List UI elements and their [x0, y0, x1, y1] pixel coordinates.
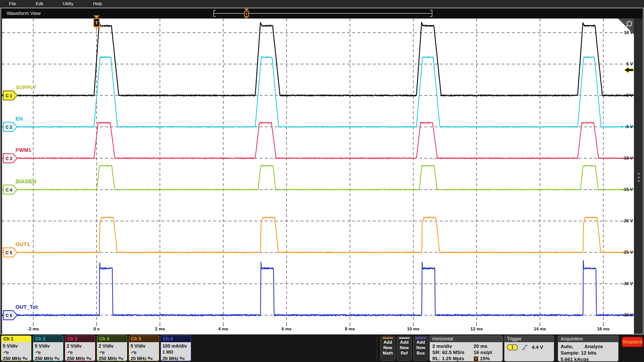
horizontal-sample-rate: SR: 62.5 MS/s: [432, 349, 474, 356]
stopped-badge[interactable]: Stopped: [622, 337, 643, 347]
channel-scale: 5 V/div: [131, 343, 157, 349]
svg-text:C 1: C 1: [6, 94, 12, 98]
channel-badge-c5[interactable]: C 5: [3, 247, 19, 258]
channel-card-ch4[interactable]: Ch 42 V/div250 MHz BW: [97, 335, 127, 361]
ref-color-stripe: [399, 338, 410, 339]
x-axis-tick: [413, 325, 414, 326]
channel-scale: 2 V/div: [67, 343, 93, 349]
control-bar: Ch 15 V/div250 MHz BWCh 25 V/div250 MHz …: [0, 335, 644, 362]
math-color-stripe: [382, 338, 393, 339]
x-axis-tick: [476, 325, 477, 326]
x-axis-label: 6 ms: [275, 326, 298, 332]
drag-handle-dot: [638, 180, 640, 182]
trigger-panel-title: Trigger: [504, 336, 554, 342]
x-axis-tick: [160, 325, 160, 326]
horizontal-panel-title: Horizontal: [430, 336, 502, 342]
svg-text:T: T: [245, 12, 247, 16]
x-axis-label: 14 ms: [528, 326, 552, 332]
x-axis-label: 0 s: [85, 326, 108, 332]
x-axis-label: 16 ms: [592, 326, 615, 332]
add-new-math-button[interactable]: Add New Math: [380, 336, 395, 361]
channel-badge-c6[interactable]: C 6: [3, 310, 19, 321]
menu-edit[interactable]: Edit: [36, 1, 43, 6]
channel-card-ch3[interactable]: Ch 32 V/div250 MHz BW: [65, 335, 95, 361]
horizontal-position-bar[interactable]: T: [212, 8, 434, 19]
waveform-canvas[interactable]: [2, 19, 634, 325]
trigger-source-chip: 1: [507, 344, 518, 350]
channel-scale: 2 V/div: [99, 343, 125, 349]
right-side-handle-strip[interactable]: [634, 19, 643, 334]
trigger-level-value: 4.4 V: [532, 345, 543, 350]
bandwidth-limit-badge: BW: [55, 356, 59, 360]
channel-badge-c4[interactable]: C 4: [3, 184, 19, 195]
channel-impedance: 1 MΩ: [162, 349, 189, 355]
drag-handle-dot: [638, 173, 640, 175]
x-axis-tick: [540, 325, 540, 326]
plot-area[interactable]: 10 V5 V0 V-5 V-10 V-15 V-20 V-25 V-30 V-…: [2, 19, 634, 325]
channel-card-ch1[interactable]: Ch 15 V/div250 MHz BW: [1, 335, 31, 361]
channel-bandwidth: 250 MHz BW: [35, 355, 62, 361]
acquisition-mode: Auto,: [561, 343, 573, 350]
menu-bar: File Edit Utility Help: [0, 0, 644, 8]
trace-label-pwm1: PWM1: [15, 147, 31, 153]
trigger-panel[interactable]: Trigger 1 4.4 V: [504, 335, 554, 361]
menu-utility[interactable]: Utility: [63, 1, 74, 6]
horizontal-panel[interactable]: Horizontal 2 ms/div 20 ms SR: 62.5 MS/s …: [430, 335, 503, 361]
channel-card-ch2[interactable]: Ch 25 V/div250 MHz BW: [33, 335, 63, 361]
menu-file[interactable]: File: [9, 1, 16, 6]
trace-label-diagen: DIAGEN: [15, 179, 36, 184]
bandwidth-limit-badge: BW: [23, 356, 28, 360]
channel-card-ch5[interactable]: Ch 55 V/div20 MHz BW: [129, 335, 159, 361]
trigger-position-marker[interactable]: T: [92, 15, 101, 32]
zoom-corner-button[interactable]: [618, 19, 634, 34]
x-axis-tick: [223, 325, 224, 326]
bandwidth-limit-badge: BW: [148, 356, 153, 360]
y-axis-label: -25 V: [608, 250, 633, 255]
add-new-ref-button[interactable]: Add New Ref: [397, 336, 412, 361]
channel-badge-c1[interactable]: C 1: [3, 90, 19, 101]
trace-label-out1: OUT1: [15, 241, 30, 247]
divider: [503, 337, 503, 360]
x-axis-tick: [96, 325, 97, 326]
trace-label-supply: SUPPLY: [15, 84, 36, 90]
oscilloscope-app: File Edit Utility Help Waveform View T 1…: [0, 0, 644, 362]
acquisition-panel-title: Acquisition: [558, 336, 618, 342]
channel-scale: 5 V/div: [35, 343, 62, 349]
acquisition-count: 5.661 kAcqs: [561, 356, 618, 361]
probe-icon: [131, 349, 157, 355]
x-axis-tick: [33, 325, 33, 326]
svg-text:T: T: [95, 21, 98, 25]
x-axis-tick: [350, 325, 350, 326]
svg-text:C 5: C 5: [6, 251, 12, 255]
channel-badge-c2[interactable]: C 2: [3, 121, 19, 133]
probe-icon: [35, 349, 62, 355]
channel-bandwidth: 250 MHz BW: [67, 355, 93, 361]
probe-icon: [99, 349, 125, 355]
trigger-level-arrow[interactable]: [624, 65, 634, 75]
x-axis-label: -2 ms: [22, 326, 45, 332]
x-axis-tick: [286, 325, 287, 326]
x-axis-label: 12 ms: [465, 326, 488, 332]
channel-bandwidth: 20 MHz BW: [131, 355, 157, 361]
channel-badge-c3[interactable]: C 3: [3, 153, 19, 164]
add-new-bus-button[interactable]: Add New Bus: [413, 336, 428, 361]
horizontal-trigger-position: 15%: [480, 356, 490, 361]
channel-scale: 100 mA/div: [162, 343, 189, 349]
bandwidth-limit-badge: BW: [180, 356, 185, 360]
y-axis-label: -5 V: [608, 124, 633, 130]
bandwidth-limit-badge: BW: [118, 356, 123, 360]
horizontal-window: 20 ms: [474, 343, 502, 349]
menu-help[interactable]: Help: [93, 1, 102, 6]
channel-bandwidth: 250 MHz BW: [3, 355, 30, 361]
y-axis-label: 0 V: [608, 93, 633, 98]
x-axis-label: 4 ms: [212, 326, 235, 332]
acquisition-sample: Sample: 12 bits: [561, 350, 618, 356]
divider: [556, 337, 556, 360]
trace-label-en: EN: [15, 116, 23, 122]
x-axis-label: 2 ms: [148, 326, 171, 332]
acquisition-panel[interactable]: Acquisition Auto, Analyze Sample: 12 bit…: [558, 335, 619, 361]
trace-label-out_tot: OUT_Tot: [15, 304, 38, 310]
channel-card-title: Ch 2: [33, 336, 63, 342]
channel-card-ch6[interactable]: Ch 6100 mA/div1 MΩ20 MHz BW: [161, 335, 191, 361]
page-title: Waveform View: [7, 11, 41, 16]
